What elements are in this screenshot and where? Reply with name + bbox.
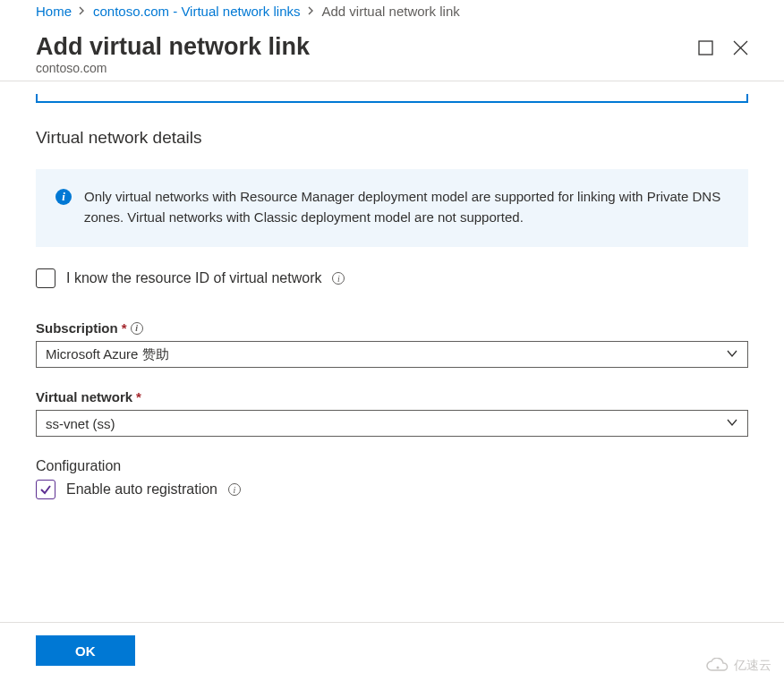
know-resource-id-row: I know the resource ID of virtual networ… <box>36 268 748 288</box>
chevron-down-icon <box>726 347 738 362</box>
info-icon: i <box>55 189 72 205</box>
vnet-label-text: Virtual network <box>36 389 132 404</box>
ok-button[interactable]: OK <box>36 635 135 666</box>
panel-footer: OK <box>0 622 784 681</box>
close-icon[interactable] <box>733 40 748 58</box>
divider <box>0 81 784 81</box>
info-message: Only virtual networks with Resource Mana… <box>84 187 729 227</box>
vnet-label: Virtual network * <box>36 389 748 404</box>
info-callout: i Only virtual networks with Resource Ma… <box>36 169 748 247</box>
chevron-down-icon <box>726 416 738 431</box>
section-title-vnet-details: Virtual network details <box>36 128 748 148</box>
info-hint-icon[interactable]: i <box>228 483 241 496</box>
vnet-value: ss-vnet (ss) <box>46 416 115 431</box>
chevron-right-icon <box>308 5 315 18</box>
maximize-icon[interactable] <box>698 40 713 58</box>
info-hint-icon[interactable]: i <box>332 272 345 285</box>
subscription-value: Microsoft Azure 赞助 <box>46 346 169 363</box>
form-body[interactable]: Virtual network details i Only virtual n… <box>0 94 784 622</box>
subscription-label-text: Subscription <box>36 320 118 336</box>
auto-registration-label: Enable auto registration <box>66 481 217 498</box>
truncated-field[interactable] <box>36 94 748 103</box>
auto-registration-row: Enable auto registration i <box>36 480 748 499</box>
subscription-label: Subscription * i <box>36 320 748 336</box>
info-hint-icon[interactable]: i <box>131 322 143 335</box>
page-subtitle: contoso.com <box>36 61 698 75</box>
auto-registration-checkbox[interactable] <box>36 480 55 499</box>
chevron-right-icon <box>79 5 86 18</box>
know-resource-id-label: I know the resource ID of virtual networ… <box>66 270 321 286</box>
required-indicator: * <box>136 389 141 404</box>
configuration-title: Configuration <box>36 458 748 474</box>
panel-header: Add virtual network link contoso.com <box>0 28 784 81</box>
vnet-select[interactable]: ss-vnet (ss) <box>36 410 748 437</box>
svg-rect-0 <box>699 41 712 55</box>
subscription-select[interactable]: Microsoft Azure 赞助 <box>36 341 748 368</box>
page-title: Add virtual network link <box>36 33 698 61</box>
know-resource-id-checkbox[interactable] <box>36 268 55 288</box>
breadcrumb: Home contoso.com - Virtual network links… <box>0 0 784 28</box>
breadcrumb-current: Add virtual network link <box>322 4 460 19</box>
breadcrumb-home[interactable]: Home <box>36 4 72 19</box>
required-indicator: * <box>122 320 127 336</box>
breadcrumb-mid[interactable]: contoso.com - Virtual network links <box>93 4 300 19</box>
